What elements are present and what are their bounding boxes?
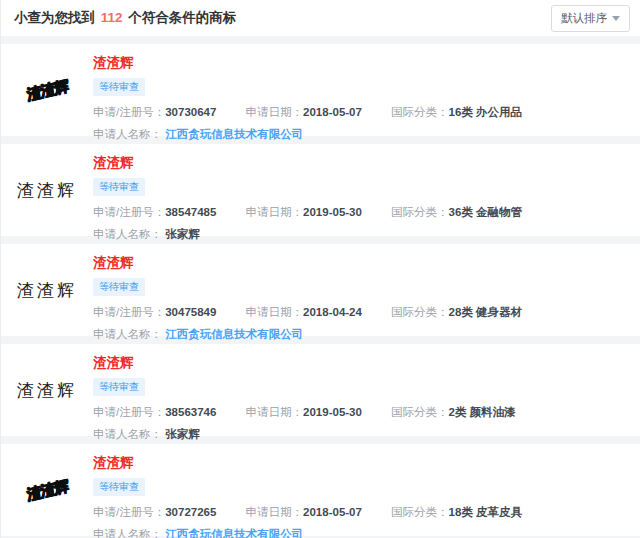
details-row: 申请/注册号：30730647 申请日期：2018-05-07 国际分类：16类… xyxy=(93,105,640,119)
applicant-label: 申请人名称： xyxy=(93,528,162,538)
date-field: 申请日期：2018-05-07 xyxy=(246,106,362,118)
trademark-logo-text: 渣渣辉 xyxy=(25,476,68,504)
status-badge: 等待审查 xyxy=(93,278,145,296)
card-content: 渣渣辉 等待审查 申请/注册号：38547485 申请日期：2019-05-30… xyxy=(93,144,640,236)
summary-suffix: 个符合条件的商标 xyxy=(128,10,236,25)
date-value: 2018-04-24 xyxy=(303,306,362,318)
applicant-label: 申请人名称： xyxy=(93,128,162,140)
date-label: 申请日期： xyxy=(246,206,304,218)
reg-no-label: 申请/注册号： xyxy=(93,506,165,518)
date-label: 申请日期： xyxy=(246,106,304,118)
class-label: 国际分类： xyxy=(391,406,449,418)
applicant-label: 申请人名称： xyxy=(93,328,162,340)
class-field: 国际分类：28类 健身器材 xyxy=(391,306,522,318)
reg-no-label: 申请/注册号： xyxy=(93,206,165,218)
reg-no-label: 申请/注册号： xyxy=(93,406,165,418)
trademark-logo-image: 渣渣辉 xyxy=(1,44,93,136)
trademark-result-card[interactable]: 渣渣辉 渣渣辉 等待审查 申请/注册号：30727265 申请日期：2018-0… xyxy=(1,444,640,536)
status-row: 等待审查 xyxy=(93,176,640,196)
date-field: 申请日期：2018-04-24 xyxy=(246,306,362,318)
class-field: 国际分类：18类 皮革皮具 xyxy=(391,506,522,518)
class-field: 国际分类：2类 颜料油漆 xyxy=(391,406,516,418)
trademark-name-link[interactable]: 渣渣辉 xyxy=(93,455,134,471)
class-value: 28类 健身器材 xyxy=(449,306,523,318)
trademark-name-link[interactable]: 渣渣辉 xyxy=(93,255,134,271)
class-label: 国际分类： xyxy=(391,506,449,518)
trademark-name-link[interactable]: 渣渣辉 xyxy=(93,155,134,171)
applicant-name: 张家辉 xyxy=(165,228,200,240)
reg-no-field: 申请/注册号：38563746 xyxy=(93,406,216,418)
card-content: 渣渣辉 等待审查 申请/注册号：38563746 申请日期：2019-05-30… xyxy=(93,344,640,436)
status-badge: 等待审查 xyxy=(93,78,145,96)
status-row: 等待审查 xyxy=(93,476,640,496)
applicant-label: 申请人名称： xyxy=(93,428,162,440)
reg-no-label: 申请/注册号： xyxy=(93,106,165,118)
class-field: 国际分类：16类 办公用品 xyxy=(391,106,522,118)
applicant-link[interactable]: 江西贪玩信息技术有限公司 xyxy=(165,528,303,538)
card-content: 渣渣辉 等待审查 申请/注册号：30730647 申请日期：2018-05-07… xyxy=(93,44,640,136)
date-field: 申请日期：2019-05-30 xyxy=(246,406,362,418)
date-field: 申请日期：2018-05-07 xyxy=(246,506,362,518)
details-row: 申请/注册号：30727265 申请日期：2018-05-07 国际分类：18类… xyxy=(93,505,640,519)
trademark-logo-text: 渣渣辉 xyxy=(17,279,77,302)
trademark-logo-image: 渣渣辉 xyxy=(1,444,93,536)
class-field: 国际分类：36类 金融物管 xyxy=(391,206,522,218)
status-badge: 等待审查 xyxy=(93,478,145,496)
class-label: 国际分类： xyxy=(391,306,449,318)
reg-no-field: 申请/注册号：30727265 xyxy=(93,506,216,518)
class-label: 国际分类： xyxy=(391,106,449,118)
reg-no-value: 30727265 xyxy=(165,506,216,518)
class-value: 36类 金融物管 xyxy=(449,206,523,218)
chevron-down-icon xyxy=(612,16,620,21)
applicant-link[interactable]: 江西贪玩信息技术有限公司 xyxy=(165,328,303,340)
date-value: 2019-05-30 xyxy=(303,206,362,218)
class-label: 国际分类： xyxy=(391,206,449,218)
date-label: 申请日期： xyxy=(246,506,304,518)
card-content: 渣渣辉 等待审查 申请/注册号：30727265 申请日期：2018-05-07… xyxy=(93,444,640,536)
result-summary: 小查为您找到 112 个符合条件的商标 xyxy=(14,9,236,27)
class-value: 18类 皮革皮具 xyxy=(449,506,523,518)
trademark-logo-text: 渣渣辉 xyxy=(17,379,77,402)
date-value: 2018-05-07 xyxy=(303,506,362,518)
status-badge: 等待审查 xyxy=(93,378,145,396)
reg-no-value: 38547485 xyxy=(165,206,216,218)
applicant-link[interactable]: 江西贪玩信息技术有限公司 xyxy=(165,128,303,140)
class-value: 16类 办公用品 xyxy=(449,106,523,118)
status-row: 等待审查 xyxy=(93,76,640,96)
reg-no-value: 30730647 xyxy=(165,106,216,118)
reg-no-value: 30475849 xyxy=(165,306,216,318)
date-label: 申请日期： xyxy=(246,406,304,418)
applicant-row: 申请人名称： 江西贪玩信息技术有限公司 xyxy=(93,127,640,141)
trademark-logo-text: 渣渣辉 xyxy=(17,179,77,202)
applicant-row: 申请人名称： 张家辉 xyxy=(93,227,640,241)
details-row: 申请/注册号：30475849 申请日期：2018-04-24 国际分类：28类… xyxy=(93,305,640,319)
class-value: 2类 颜料油漆 xyxy=(449,406,516,418)
details-row: 申请/注册号：38547485 申请日期：2019-05-30 国际分类：36类… xyxy=(93,205,640,219)
applicant-row: 申请人名称： 江西贪玩信息技术有限公司 xyxy=(93,327,640,341)
result-count: 112 xyxy=(99,10,125,25)
applicant-row: 申请人名称： 江西贪玩信息技术有限公司 xyxy=(93,527,640,538)
trademark-logo-image: 渣渣辉 xyxy=(1,344,93,436)
trademark-name-link[interactable]: 渣渣辉 xyxy=(93,55,134,71)
trademark-logo-image: 渣渣辉 xyxy=(1,244,93,336)
trademark-result-card[interactable]: 渣渣辉 渣渣辉 等待审查 申请/注册号：38563746 申请日期：2019-0… xyxy=(1,344,640,436)
applicant-row: 申请人名称： 张家辉 xyxy=(93,427,640,441)
reg-no-field: 申请/注册号：38547485 xyxy=(93,206,216,218)
date-value: 2019-05-30 xyxy=(303,406,362,418)
status-badge: 等待审查 xyxy=(93,178,145,196)
date-label: 申请日期： xyxy=(246,306,304,318)
trademark-result-card[interactable]: 渣渣辉 渣渣辉 等待审查 申请/注册号：30475849 申请日期：2018-0… xyxy=(1,244,640,336)
trademark-name-link[interactable]: 渣渣辉 xyxy=(93,355,134,371)
date-field: 申请日期：2019-05-30 xyxy=(246,206,362,218)
applicant-label: 申请人名称： xyxy=(93,228,162,240)
sort-dropdown-button[interactable]: 默认排序 xyxy=(551,5,630,32)
reg-no-value: 38563746 xyxy=(165,406,216,418)
date-value: 2018-05-07 xyxy=(303,106,362,118)
card-content: 渣渣辉 等待审查 申请/注册号：30475849 申请日期：2018-04-24… xyxy=(93,244,640,336)
trademark-logo-image: 渣渣辉 xyxy=(1,144,93,236)
applicant-name: 张家辉 xyxy=(165,428,200,440)
status-row: 等待审查 xyxy=(93,276,640,296)
trademark-result-card[interactable]: 渣渣辉 渣渣辉 等待审查 申请/注册号：30730647 申请日期：2018-0… xyxy=(1,44,640,136)
reg-no-label: 申请/注册号： xyxy=(93,306,165,318)
trademark-result-card[interactable]: 渣渣辉 渣渣辉 等待审查 申请/注册号：38547485 申请日期：2019-0… xyxy=(1,144,640,236)
